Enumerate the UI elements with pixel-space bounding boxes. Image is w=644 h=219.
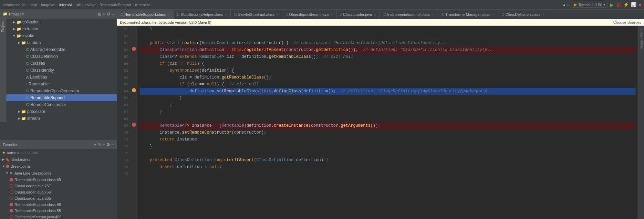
line-num-58: 58 bbox=[117, 46, 131, 53]
project-gear-icon[interactable]: ⚙ bbox=[106, 12, 110, 17]
breakpoints-arrow-icon[interactable]: ▼ bbox=[2, 165, 5, 168]
tab-close-transformer-manager[interactable]: × bbox=[492, 13, 495, 17]
bp-label-classloader-635: ClassLoader.java:635 bbox=[14, 196, 51, 200]
bp-marker-58[interactable] bbox=[132, 47, 136, 51]
profile-button[interactable]: 📊 bbox=[631, 2, 636, 7]
bookmark-arrow-icon[interactable]: ▶ bbox=[2, 158, 4, 161]
tab-servlet-stub[interactable]: C ServletStubImpl.class × bbox=[231, 10, 282, 19]
tab-close-class-definition[interactable]: × bbox=[542, 13, 544, 17]
favorites-collapse-icon[interactable]: − bbox=[112, 142, 114, 147]
tree-arrow-invoke[interactable]: ▼ bbox=[12, 34, 17, 38]
add-favorite-icon[interactable]: + bbox=[94, 142, 96, 147]
stop-button[interactable]: ■ bbox=[638, 2, 641, 7]
tree-arrow-extractor[interactable]: ▶ bbox=[12, 27, 17, 31]
tree-arrow-lambda[interactable]: ▶ bbox=[17, 41, 21, 44]
breadcrumb-item-6[interactable]: invoke bbox=[85, 3, 96, 7]
tree-arrow-stream[interactable]: ▶ bbox=[17, 117, 21, 120]
breakpoints-dot-icon bbox=[6, 165, 9, 168]
breadcrumb-item-1[interactable]: coherence.jar bbox=[3, 3, 26, 7]
tab-class-loader[interactable]: J ClassLoader.java × bbox=[336, 10, 380, 19]
project-dropdown-icon[interactable]: ▾ bbox=[22, 12, 24, 16]
bp-icon-classloader-756 bbox=[10, 190, 13, 194]
tree-item-classes[interactable]: C Classes bbox=[6, 60, 117, 67]
tab-label-transformer-manager: TransformerManager.class bbox=[445, 12, 490, 17]
breadcrumb-item-7[interactable]: RemotableSupport bbox=[100, 3, 131, 7]
tree-item-remotable-support[interactable]: C RemotableSupport bbox=[6, 94, 117, 101]
bp-java-line-header[interactable]: ▼ ⚑ Java Line Breakpoints bbox=[0, 170, 117, 177]
tab-icon-instrumentation-impl: C bbox=[383, 13, 386, 17]
breadcrumb-item-3[interactable]: tangosol bbox=[41, 3, 55, 7]
project-close-icon[interactable]: − bbox=[112, 12, 114, 17]
remove-favorite-icon[interactable]: − bbox=[103, 142, 105, 147]
reader-mode-label[interactable]: Reader Mode bbox=[640, 29, 643, 50]
tree-item-lambda[interactable]: ▶ 📁 lambda bbox=[6, 39, 117, 46]
tree-item-lambdas[interactable]: Λ Lambdas bbox=[6, 74, 117, 81]
favorites-settings-icon[interactable]: ⚙ bbox=[106, 142, 110, 147]
bp-remotable-86[interactable]: RemotableSupport.class:86 bbox=[0, 201, 117, 208]
code-line-58: ClassDefinition definition = this.regist… bbox=[140, 46, 636, 53]
decompiled-info-text: Decompiled .class file, bytecode version… bbox=[120, 20, 211, 24]
bp-classloader-756[interactable]: ClassLoader.java:756 bbox=[0, 189, 117, 195]
bp-classloader-635[interactable]: ClassLoader.java:635 bbox=[0, 195, 117, 201]
tab-stub-security[interactable]: C StubSecurityHelper.class × bbox=[174, 10, 231, 19]
bp-objectinputstream-459[interactable]: ObjectInputStream.java:459 bbox=[0, 214, 117, 219]
dropdown-icon[interactable]: ▾ bbox=[603, 2, 605, 7]
bp-label-remotable-86: RemotableSupport.class:86 bbox=[14, 202, 61, 207]
project-layout-icon[interactable]: ⊞ bbox=[98, 12, 101, 17]
bp-classloader-757[interactable]: ClassLoader.java:757 bbox=[0, 183, 117, 189]
tree-item-remotable[interactable]: I Remotable bbox=[6, 81, 117, 87]
tab-icon-class-definition: C bbox=[501, 13, 504, 17]
breadcrumb-item-8[interactable]: m realize bbox=[135, 3, 150, 7]
tree-item-processor[interactable]: ▶ 📁 processor bbox=[6, 108, 117, 115]
tree-item-class-identity[interactable]: C ClassIdentity bbox=[6, 67, 117, 74]
code-content[interactable]: } public <T> T realize(RemoteConstructor… bbox=[137, 26, 638, 219]
favorites-breakpoints-header[interactable]: ▼ Breakpoints bbox=[0, 163, 117, 170]
back-icon[interactable]: ◂ bbox=[563, 2, 565, 8]
tab-class-definition[interactable]: C ClassDefinition.class × bbox=[498, 10, 548, 19]
coverage-button[interactable]: ⚡ bbox=[623, 2, 629, 7]
bp-remotable-58[interactable]: RemotableSupport.class:58 bbox=[0, 208, 117, 214]
breadcrumb-item-2[interactable]: com bbox=[30, 3, 37, 7]
run-button[interactable]: ▶ bbox=[610, 2, 614, 8]
edit-favorite-icon[interactable]: ✎ bbox=[98, 142, 101, 147]
code-line-57: public <T> T realize(RemoteConstructor<T… bbox=[140, 40, 636, 46]
breadcrumb-item-4[interactable]: internal bbox=[59, 3, 72, 7]
line-num-69: 69 bbox=[117, 122, 131, 129]
tree-item-remotable-class-generator[interactable]: C RemotableClassGenerator bbox=[6, 87, 117, 94]
bp-marker-69[interactable] bbox=[132, 123, 136, 127]
bp-remotable-69[interactable]: RemotableSupport.class:69 bbox=[0, 177, 117, 183]
tab-label-servlet-stub: ServletStubImpl.class bbox=[238, 12, 275, 17]
tree-arrow-collection[interactable]: ▶ bbox=[12, 20, 17, 24]
code-line-61: synchronized(definition) { bbox=[140, 67, 636, 74]
tree-item-remote-constructor[interactable]: C RemoteConstructor bbox=[6, 101, 117, 108]
tree-item-collection[interactable]: ▶ 📁 collection bbox=[6, 19, 117, 25]
project-align-icon[interactable]: ≡ bbox=[103, 12, 105, 17]
tree-item-invoke[interactable]: ▼ 📂 invoke bbox=[6, 32, 117, 39]
tab-remotable-support[interactable]: C RemotableSupport.class × bbox=[117, 10, 174, 19]
bp-java-arrow-icon[interactable]: ▼ bbox=[6, 171, 9, 175]
tab-close-stub-security[interactable]: × bbox=[225, 13, 227, 17]
tab-object-input-stream[interactable]: J ObjectInputStream.java × bbox=[282, 10, 336, 19]
gutter bbox=[131, 26, 137, 219]
debug-button[interactable]: 🐞 bbox=[616, 2, 621, 7]
tab-close-object-input-stream[interactable]: × bbox=[331, 13, 333, 17]
tree-arrow-processor[interactable]: ▶ bbox=[17, 110, 21, 113]
tab-close-servlet-stub[interactable]: × bbox=[277, 13, 279, 17]
tree-item-stream[interactable]: ▶ 📁 stream bbox=[6, 115, 117, 122]
tree-item-abstract-remotable[interactable]: C AbstractRemotable bbox=[6, 46, 117, 53]
tab-instrumentation-impl[interactable]: C InstrumentationImpl.class × bbox=[380, 10, 438, 19]
tab-transformer-manager[interactable]: C TransformerManager.class × bbox=[438, 10, 498, 19]
tab-close-instrumentation-impl[interactable]: × bbox=[432, 13, 434, 17]
forward-icon[interactable]: ▸ bbox=[567, 2, 570, 8]
tree-item-extractor[interactable]: ▶ 📁 extractor bbox=[6, 25, 117, 32]
project-tab-vertical[interactable]: Project bbox=[0, 20, 6, 33]
choose-sources-link[interactable]: Choose Sources bbox=[613, 20, 641, 24]
tree-item-class-definition[interactable]: C ClassDefinition bbox=[6, 53, 117, 60]
folder-icon-stream: 📁 bbox=[21, 116, 26, 121]
tab-close-remotable-support[interactable]: × bbox=[168, 13, 170, 17]
favorites-panel-header: Favorites + ✎ − ⚙ − bbox=[0, 140, 117, 149]
tab-close-class-loader[interactable]: × bbox=[374, 13, 376, 17]
favorites-bookmarks[interactable]: ▶ 🔖 Bookmarks bbox=[0, 156, 117, 163]
breadcrumb-item-5[interactable]: util bbox=[76, 3, 81, 7]
favorites-oamms[interactable]: ★ oamms auto-added bbox=[0, 149, 117, 156]
